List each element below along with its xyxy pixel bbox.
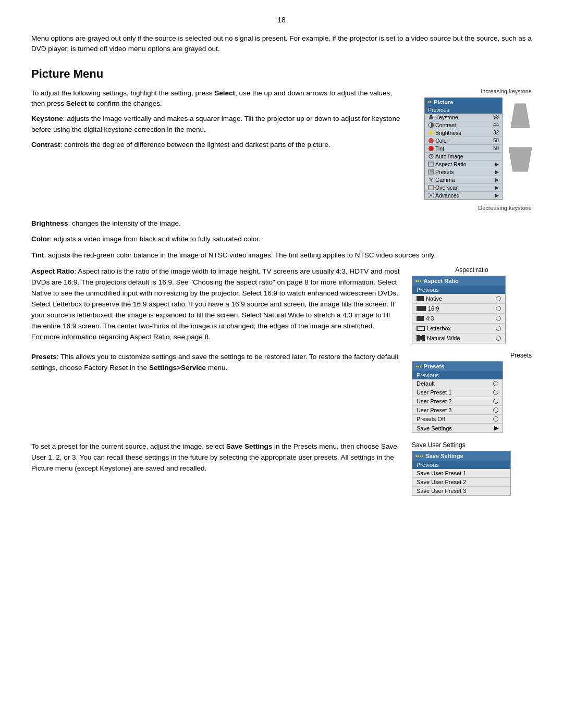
picture-menu-row-contrast[interactable]: Contrast 44: [425, 121, 502, 129]
picture-menu-title: Picture: [434, 99, 453, 105]
presets-text-column: Presets: This allows you to customize se…: [31, 352, 401, 374]
tint-icon: Tint: [428, 145, 444, 152]
aspect-ratio-text-column: Aspect Ratio: Aspect ratio is the ratio …: [31, 266, 401, 342]
keystone-description: Keystone: adjusts the image vertically a…: [31, 114, 401, 135]
advanced-arrow: ▶: [495, 193, 499, 198]
presets-off[interactable]: Presets Off: [412, 415, 503, 424]
ar-header-title: Aspect Ratio: [424, 278, 459, 284]
picture-menu-previous[interactable]: Previous: [425, 106, 502, 114]
picture-menu-row-keystone[interactable]: Keystone 58: [425, 114, 502, 121]
keystone-label-bottom: Decreasing keystone: [412, 205, 532, 211]
presets-menu-header: ••• Presets: [412, 362, 503, 371]
aspect-ratio-right-column: Aspect ratio ••• Aspect Ratio Previous N…: [412, 266, 532, 343]
contrast-value: 44: [493, 122, 499, 128]
ar-native-radio[interactable]: [496, 296, 501, 301]
section-title: Picture Menu: [31, 67, 532, 81]
brightness-section: Brightness: changes the intensity of the…: [31, 218, 532, 229]
picture-menu-row-autoimage[interactable]: Auto Image: [425, 153, 502, 161]
save-user-preset-1[interactable]: Save User Preset 1: [412, 469, 510, 478]
save-user-text: To set a preset for the current source, …: [31, 441, 401, 474]
presets-text: Presets: This allows you to customize se…: [31, 352, 401, 374]
picture-menu-row-gamma[interactable]: Gamma ▶: [425, 176, 502, 184]
presets-save[interactable]: Save Settings ▶: [412, 424, 503, 433]
ar-letterbox-radio[interactable]: [496, 326, 501, 331]
keystone-value: 58: [493, 114, 499, 120]
svg-marker-23: [509, 147, 532, 171]
svg-point-17: [430, 194, 432, 196]
overscan-arrow: ▶: [495, 185, 499, 190]
presets-arrow: ▶: [495, 169, 499, 175]
presets-user1-radio[interactable]: [493, 390, 498, 395]
keystone-label-top: Increasing keystone: [412, 88, 532, 94]
gamma-icon: Gamma: [428, 177, 455, 183]
color-icon: Color: [428, 138, 448, 144]
svg-point-21: [433, 196, 434, 197]
ar-row-169[interactable]: 16:9: [412, 304, 505, 314]
ar-previous[interactable]: Previous: [412, 286, 505, 294]
svg-point-7: [429, 138, 434, 143]
presets-off-radio[interactable]: [493, 416, 498, 422]
ar-43-icon: [417, 316, 424, 321]
ar-row-naturalwide[interactable]: Natural Wide: [412, 334, 505, 343]
picture-menu-ui: •• Picture Previous Keystone 58 Contrast: [424, 97, 503, 200]
ar-row-43[interactable]: 4:3: [412, 314, 505, 324]
picture-menu-row-presets[interactable]: Presets ▶: [425, 168, 502, 176]
presets-default[interactable]: Default: [412, 379, 503, 388]
save-previous[interactable]: Previous: [412, 461, 510, 469]
ar-native-icon: [417, 296, 424, 301]
aspectratio-icon: Aspect Ratio: [428, 161, 467, 167]
save-user-preset-2[interactable]: Save User Preset 2: [412, 478, 510, 487]
contrast-icon: Contrast: [428, 122, 456, 128]
picture-menu-section: To adjust the following settings, highli…: [31, 88, 532, 211]
presets-user1[interactable]: User Preset 1: [412, 388, 503, 397]
picture-menu-row-color[interactable]: Color 58: [425, 137, 502, 145]
presets-user3-radio[interactable]: [493, 408, 498, 413]
ar-naturalwide-radio[interactable]: [496, 336, 501, 341]
presets-default-label: Default: [417, 380, 435, 387]
presets-menu: ••• Presets Previous Default User Preset…: [412, 361, 503, 433]
aspect-ratio-label: Aspect ratio: [412, 266, 532, 274]
aspect-ratio-menu: ••• Aspect Ratio Previous Native 16:9: [412, 276, 506, 343]
gamma-arrow: ▶: [495, 177, 499, 182]
picture-menu-row-tint[interactable]: Tint 50: [425, 145, 502, 153]
picture-menu-right-column: Increasing keystone •• Picture Previous …: [412, 88, 532, 211]
save-user-preset-3[interactable]: Save User Preset 3: [412, 487, 510, 495]
intro-text: Menu options are grayed out only if the …: [31, 34, 532, 53]
picture-menu-row-brightness[interactable]: Brightness 32: [425, 129, 502, 137]
presets-default-radio[interactable]: [493, 381, 498, 386]
picture-menu-row-advanced[interactable]: Advanced ▶: [425, 192, 502, 199]
presets-previous[interactable]: Previous: [412, 371, 503, 379]
svg-marker-22: [511, 104, 530, 128]
presets-right-column: Presets ••• Presets Previous Default Use…: [412, 352, 532, 433]
svg-rect-16: [429, 186, 433, 189]
overscan-icon: Overscan: [428, 184, 459, 191]
save-dots: ••••: [415, 453, 423, 459]
picture-menu-row-aspectratio[interactable]: Aspect Ratio ▶: [425, 161, 502, 168]
ar-letterbox-icon: [417, 326, 425, 331]
presets-user2-label: User Preset 2: [417, 398, 451, 404]
intro-paragraph: Menu options are grayed out only if the …: [31, 33, 532, 55]
presets-user3[interactable]: User Preset 3: [412, 406, 503, 415]
presets-user2[interactable]: User Preset 2: [412, 397, 503, 406]
svg-rect-26: [422, 335, 425, 341]
save-user-label: Save User Settings: [412, 441, 466, 449]
picture-menu-row-overscan[interactable]: Overscan ▶: [425, 184, 502, 192]
aspectratio-arrow: ▶: [495, 162, 499, 167]
svg-point-18: [429, 193, 430, 194]
color-section: Color: adjusts a video image from black …: [31, 234, 532, 245]
ar-row-native[interactable]: Native: [412, 294, 505, 304]
brightness-text: Brightness: changes the intensity of the…: [31, 218, 532, 229]
ar-169-radio[interactable]: [496, 306, 501, 311]
presets-user2-radio[interactable]: [493, 399, 498, 404]
ar-row-letterbox[interactable]: Letterbox: [412, 324, 505, 334]
ar-43-radio[interactable]: [496, 316, 501, 321]
ar-43-label: 4:3: [417, 315, 434, 322]
presets-save-label: Save Settings: [417, 425, 452, 431]
save-section: To set a preset for the current source, …: [31, 441, 532, 496]
ar-letterbox-label: Letterbox: [417, 325, 451, 331]
tint-section: Tint: adjusts the red-green color balanc…: [31, 250, 532, 261]
ar-169-label: 16:9: [417, 305, 439, 312]
ar-header-dots: •••: [415, 278, 422, 284]
svg-rect-25: [420, 336, 422, 340]
contrast-description: Contrast: controls the degree of differe…: [31, 140, 401, 151]
